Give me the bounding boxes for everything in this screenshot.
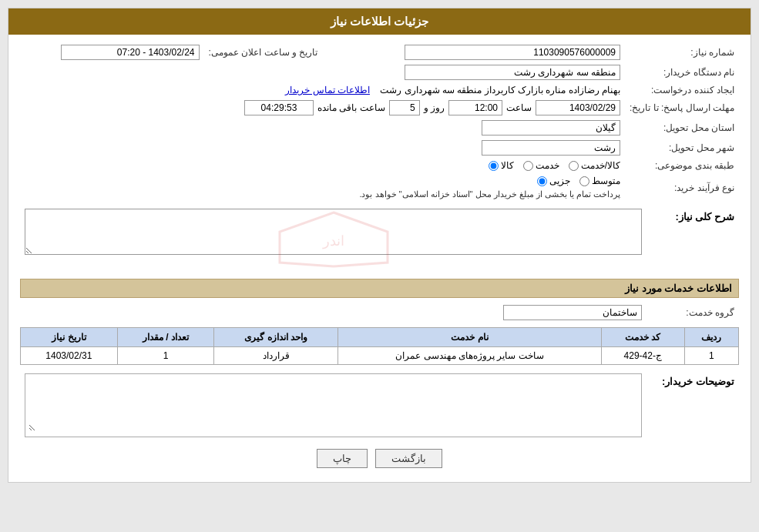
- city-cell: [345, 138, 625, 158]
- response-deadline-label: مهلت ارسال پاسخ: تا تاریخ:: [625, 98, 739, 118]
- description-value-cell: اندر: [20, 206, 646, 273]
- cell-date: 1403/02/31: [21, 347, 118, 365]
- print-button[interactable]: چاپ: [317, 449, 368, 468]
- service-group-cell: [20, 303, 646, 323]
- cell-code: ج-42-429: [601, 347, 684, 365]
- response-time-input[interactable]: [448, 100, 502, 115]
- page-title: جزئیات اطلاعات نیاز: [8, 8, 751, 35]
- category-radio-kala-khedmat[interactable]: [569, 161, 579, 171]
- province-input[interactable]: [482, 120, 620, 136]
- category-khedmat-label: خدمت: [536, 160, 559, 171]
- creator-cell: بهنام رضازاده مناره بازارک کاربرداز منطق…: [20, 82, 625, 98]
- province-label: استان محل تحویل:: [625, 118, 739, 138]
- comments-value-cell: [20, 371, 646, 440]
- remaining-value: 04:29:53: [244, 100, 314, 115]
- info-table: شماره نیاز: تاریخ و ساعت اعلان عمومی: نا…: [20, 42, 739, 202]
- process-jozi-label: جزیی: [549, 176, 570, 186]
- process-type-label: نوع فرآیند خرید:: [625, 173, 739, 202]
- response-days-input[interactable]: [389, 100, 420, 115]
- announce-date-cell: [20, 42, 204, 62]
- response-row: ساعت روز و ساعت باقی مانده 04:29:53: [25, 100, 620, 115]
- need-number-label: شماره نیاز:: [625, 42, 739, 62]
- service-group-table: گروه خدمت:: [20, 303, 739, 323]
- buyer-org-input[interactable]: [405, 65, 620, 80]
- process-option-jozi[interactable]: جزیی: [537, 176, 570, 186]
- description-textarea[interactable]: [25, 209, 642, 255]
- process-note-text: پرداخت تمام یا بخشی از مبلغ خریدار محل "…: [359, 189, 620, 199]
- remaining-label: ساعت باقی مانده: [317, 102, 385, 113]
- category-option-khedmat[interactable]: خدمت: [523, 160, 559, 171]
- process-option-motavaset[interactable]: متوسط: [579, 176, 620, 186]
- service-group-label: گروه خدمت:: [646, 303, 739, 323]
- cell-qty: 1: [117, 347, 214, 365]
- col-date: تاریخ نیاز: [21, 328, 118, 347]
- col-code: کد خدمت: [601, 328, 684, 347]
- cell-row: 1: [684, 347, 738, 365]
- announce-date-label: تاریخ و ساعت اعلان عمومی:: [204, 42, 323, 62]
- cell-unit: قرارداد: [214, 347, 338, 365]
- process-note: پرداخت تمام یا بخشی از مبلغ خریدار محل "…: [25, 189, 620, 199]
- col-unit: واحد اندازه گیری: [214, 328, 338, 347]
- process-motavaset-label: متوسط: [592, 176, 620, 186]
- description-label: شرح کلی نیاز:: [675, 211, 734, 223]
- table-row: 1ج-42-429ساخت سایر پروژه‌های مهندسی عمرا…: [21, 347, 739, 365]
- services-section-header: اطلاعات خدمات مورد نیاز: [20, 279, 739, 298]
- category-radio-khedmat[interactable]: [523, 161, 533, 171]
- description-area: اندر: [25, 209, 642, 270]
- comments-table: توضیحات خریدار:: [20, 371, 739, 440]
- category-radio-group: کالا/خدمت خدمت کالا: [25, 160, 620, 171]
- buyer-org-label: نام دستگاه خریدار:: [625, 62, 739, 82]
- page-wrapper: جزئیات اطلاعات نیاز شماره نیاز: تاریخ و …: [8, 8, 751, 483]
- buyer-org-cell: [345, 62, 625, 82]
- response-date-input[interactable]: [536, 100, 620, 115]
- back-button[interactable]: بازگشت: [375, 449, 442, 468]
- response-time-label: ساعت: [506, 102, 532, 113]
- announce-date-input[interactable]: [61, 45, 200, 60]
- process-radio-jozi[interactable]: [537, 176, 547, 186]
- city-label: شهر محل تحویل:: [625, 138, 739, 158]
- process-type-cell: متوسط جزیی پرداخت تمام یا بخشی از مبلغ خ…: [20, 173, 625, 202]
- description-label-cell: شرح کلی نیاز:: [646, 206, 739, 273]
- category-kala-label: کالا: [501, 160, 514, 171]
- category-option-kala[interactable]: کالا: [489, 160, 514, 171]
- province-cell: [345, 118, 625, 138]
- comments-textarea[interactable]: [29, 377, 638, 431]
- city-input[interactable]: [482, 140, 620, 156]
- description-table: شرح کلی نیاز: اندر: [20, 206, 739, 273]
- creator-value: بهنام رضازاده مناره بازارک کاربرداز منطق…: [380, 85, 620, 95]
- need-number-cell: [345, 42, 625, 62]
- creator-label: ایجاد کننده درخواست:: [625, 82, 739, 98]
- need-number-input[interactable]: [405, 45, 620, 60]
- category-kala-khedmat-label: کالا/خدمت: [581, 160, 620, 171]
- category-label: طبقه بندی موضوعی:: [625, 158, 739, 173]
- contact-link[interactable]: اطلاعات تماس خریدار: [285, 85, 370, 95]
- response-days-label: روز و: [424, 102, 445, 113]
- col-qty: تعداد / مقدار: [117, 328, 214, 347]
- buttons-row: بازگشت چاپ: [20, 449, 739, 468]
- response-deadline-cell: ساعت روز و ساعت باقی مانده 04:29:53: [20, 98, 625, 118]
- category-cell: کالا/خدمت خدمت کالا: [20, 158, 625, 173]
- comments-wrapper: [25, 373, 642, 437]
- service-items-table: ردیف کد خدمت نام خدمت واحد اندازه گیری ت…: [20, 327, 739, 365]
- content-area: شماره نیاز: تاریخ و ساعت اعلان عمومی: نا…: [8, 35, 751, 482]
- comments-label-cell: توضیحات خریدار:: [646, 371, 739, 440]
- category-option-kala-khedmat[interactable]: کالا/خدمت: [569, 160, 620, 171]
- col-name: نام خدمت: [338, 328, 601, 347]
- process-radio-motavaset[interactable]: [579, 176, 589, 186]
- comments-label: توضیحات خریدار:: [662, 376, 734, 387]
- cell-name: ساخت سایر پروژه‌های مهندسی عمران: [338, 347, 601, 365]
- category-radio-kala[interactable]: [489, 161, 499, 171]
- process-radio-group: متوسط جزیی: [25, 176, 620, 186]
- service-group-input[interactable]: [503, 305, 642, 320]
- col-row: ردیف: [684, 328, 738, 347]
